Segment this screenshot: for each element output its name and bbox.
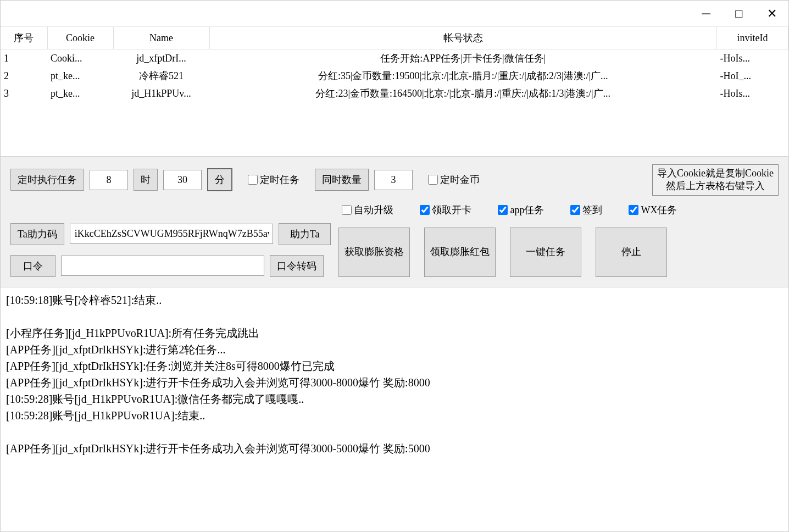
get-expand-red-button[interactable]: 领取膨胀红包 — [424, 228, 496, 277]
cell-status: 分红:35|金币数量:19500|北京:/|北京-腊月:/|重庆:/|成都:2/… — [209, 67, 717, 85]
cell-idx: 2 — [1, 67, 47, 85]
chk-wx-task[interactable]: WX任务 — [629, 203, 677, 217]
chk-signin[interactable]: 签到 — [570, 203, 602, 217]
titlebar: ─ □ ✕ — [1, 1, 788, 27]
onekey-task-button[interactable]: 一键任务 — [510, 228, 581, 277]
import-hint: 导入Cookie就是复制Cookie 然后上方表格右键导入 — [652, 164, 779, 196]
ta-code-button[interactable]: Ta助力码 — [10, 223, 64, 245]
cell-name: jd_xfptDrI... — [113, 49, 209, 68]
minute-unit: 分 — [207, 168, 232, 191]
concurrent-input[interactable] — [374, 170, 413, 190]
log-output[interactable]: [10:59:18]账号[冷梓睿521]:结束.. [小程序任务][jd_H1k… — [1, 287, 788, 496]
close-button[interactable]: ✕ — [755, 1, 788, 26]
chk-timed-task[interactable]: 定时任务 — [248, 173, 299, 186]
password-convert-button[interactable]: 口令转码 — [270, 255, 324, 277]
cell-name: jd_H1kPPUv... — [113, 85, 209, 102]
cell-idx: 1 — [1, 49, 47, 68]
th-status[interactable]: 帐号状态 — [209, 27, 717, 49]
th-index[interactable]: 序号 — [1, 27, 47, 49]
th-invite[interactable]: inviteId — [717, 27, 788, 49]
minute-input[interactable] — [163, 170, 202, 190]
table-row[interactable]: 3pt_ke...jd_H1kPPUv...分红:23|金币数量:164500|… — [1, 85, 788, 102]
chk-app-task[interactable]: app任务 — [498, 203, 544, 217]
maximize-button[interactable]: □ — [723, 1, 755, 26]
table-row[interactable]: 2pt_ke...冷梓睿521分红:35|金币数量:19500|北京:/|北京-… — [1, 67, 788, 85]
chk-get-card[interactable]: 领取开卡 — [420, 203, 471, 217]
accounts-table-wrap: 序号 Cookie Name 帐号状态 inviteId 1Cooki...jd… — [1, 27, 788, 157]
cell-cookie: Cooki... — [47, 49, 113, 68]
password-button[interactable]: 口令 — [10, 255, 55, 277]
timed-exec-button[interactable]: 定时执行任务 — [10, 169, 84, 191]
control-panel: 定时执行任务 时 分 定时任务 同时数量 定时金币 导入Cookie就是复制Co… — [1, 157, 788, 287]
chk-auto-upgrade[interactable]: 自动升级 — [342, 203, 393, 217]
ta-code-input[interactable] — [70, 224, 273, 244]
chk-timed-coin[interactable]: 定时金币 — [428, 173, 480, 186]
get-expand-qual-button[interactable]: 获取膨胀资格 — [338, 228, 410, 277]
cell-status: 任务开始:APP任务|开卡任务|微信任务| — [209, 49, 717, 68]
th-cookie[interactable]: Cookie — [47, 27, 113, 49]
cell-invite: -HoIs... — [717, 49, 788, 68]
hour-unit: 时 — [134, 169, 158, 191]
concurrent-label: 同时数量 — [315, 169, 369, 191]
accounts-table: 序号 Cookie Name 帐号状态 inviteId 1Cooki...jd… — [1, 27, 788, 102]
cell-invite: -HoIs... — [717, 85, 788, 102]
minimize-button[interactable]: ─ — [690, 1, 723, 26]
hour-input[interactable] — [90, 170, 128, 190]
cell-invite: -HoI_... — [717, 67, 788, 85]
stop-button[interactable]: 停止 — [596, 228, 667, 277]
cell-name: 冷梓睿521 — [113, 67, 209, 85]
cell-cookie: pt_ke... — [47, 67, 113, 85]
cell-idx: 3 — [1, 85, 47, 102]
th-name[interactable]: Name — [113, 27, 209, 49]
table-row[interactable]: 1Cooki...jd_xfptDrI...任务开始:APP任务|开卡任务|微信… — [1, 49, 788, 68]
cell-status: 分红:23|金币数量:164500|北京:/|北京-腊月:/|重庆:/|成都:1… — [209, 85, 717, 102]
password-input[interactable] — [61, 256, 264, 276]
help-ta-button[interactable]: 助力Ta — [279, 223, 331, 245]
cell-cookie: pt_ke... — [47, 85, 113, 102]
